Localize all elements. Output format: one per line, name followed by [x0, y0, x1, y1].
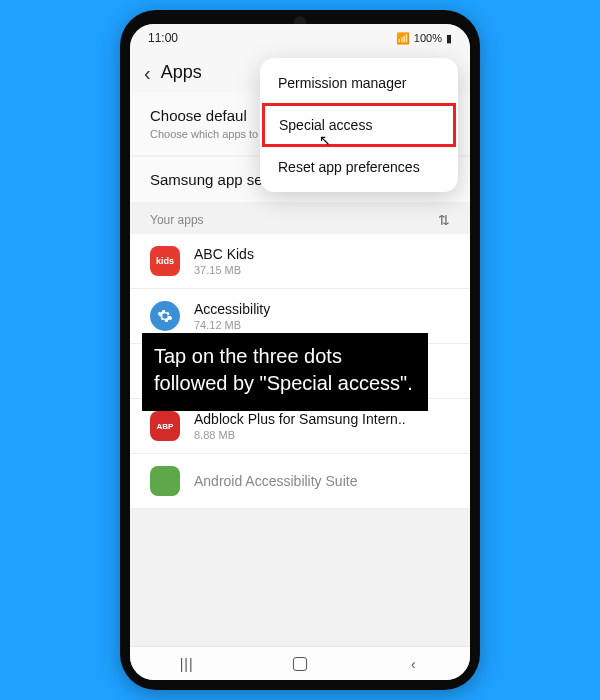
app-row-android-accessibility[interactable]: Android Accessibility Suite [130, 454, 470, 509]
app-size: 8.88 MB [194, 429, 450, 441]
home-icon [293, 657, 307, 671]
clock: 11:00 [148, 31, 178, 45]
app-size: 74.12 MB [194, 319, 450, 331]
status-bar: 11:00 📶 100% ▮ [130, 24, 470, 52]
sort-icon[interactable]: ⇅ [438, 212, 450, 228]
app-name: ABC Kids [194, 246, 450, 262]
app-icon [150, 466, 180, 496]
app-name: Adblock Plus for Samsung Intern.. [194, 411, 450, 427]
back-icon[interactable]: ‹ [144, 63, 151, 83]
page-title: Apps [161, 62, 202, 83]
your-apps-label: Your apps [150, 213, 204, 227]
app-icon: ABP [150, 411, 180, 441]
app-row-abc-kids[interactable]: kids ABC Kids 37.15 MB [130, 234, 470, 289]
nav-recents-button[interactable]: ||| [157, 656, 217, 672]
app-icon: kids [150, 246, 180, 276]
nav-home-button[interactable] [270, 657, 330, 671]
nav-back-button[interactable]: ‹ [383, 656, 443, 672]
screen: 11:00 📶 100% ▮ ‹ Apps Choose defaul Choo… [130, 24, 470, 680]
navigation-bar: ||| ‹ [130, 646, 470, 680]
your-apps-header: Your apps ⇅ [130, 202, 470, 234]
app-size: 37.15 MB [194, 264, 450, 276]
gear-icon [150, 301, 180, 331]
instruction-overlay: Tap on the three dots followed by "Speci… [142, 333, 428, 411]
overflow-menu: Permission manager Special access ↖ Rese… [260, 58, 458, 192]
signal-icon: 📶 [396, 32, 410, 45]
menu-permission-manager[interactable]: Permission manager [260, 62, 458, 104]
status-icons: 📶 100% ▮ [396, 32, 452, 45]
app-name: Android Accessibility Suite [194, 473, 450, 489]
phone-frame: 11:00 📶 100% ▮ ‹ Apps Choose defaul Choo… [120, 10, 480, 690]
menu-special-access-label: Special access [279, 117, 372, 133]
battery-text: 100% [414, 32, 442, 44]
battery-icon: ▮ [446, 32, 452, 45]
menu-special-access[interactable]: Special access ↖ [262, 103, 456, 147]
app-name: Accessibility [194, 301, 450, 317]
menu-reset-app-preferences[interactable]: Reset app preferences [260, 146, 458, 188]
